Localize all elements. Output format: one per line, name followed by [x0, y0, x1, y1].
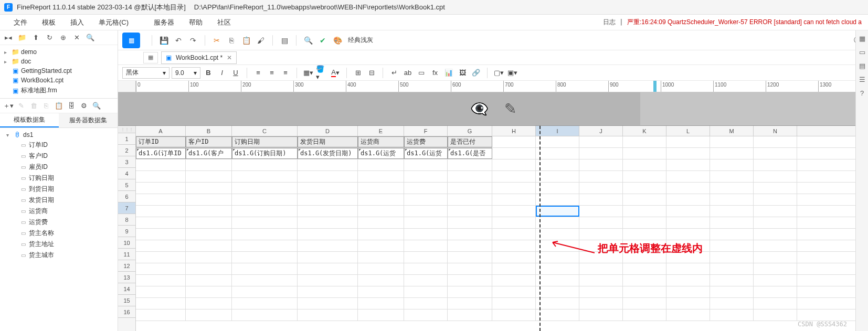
panel-help-icon[interactable]: ? — [858, 88, 867, 98]
cell-C12[interactable] — [232, 263, 298, 274]
cell-D13[interactable] — [298, 275, 358, 286]
cell-D3[interactable] — [298, 159, 358, 170]
locate-icon[interactable]: ⊕ — [58, 33, 68, 43]
align-center-icon[interactable]: ≡ — [266, 67, 278, 79]
cell-B8[interactable] — [186, 217, 232, 228]
cell-M12[interactable] — [710, 263, 754, 274]
cell-K4[interactable] — [623, 171, 666, 182]
cell-B4[interactable] — [186, 171, 232, 182]
cell-H14[interactable] — [492, 286, 536, 297]
cell-N6[interactable] — [754, 194, 797, 205]
link-icon[interactable]: 🔗 — [470, 67, 482, 79]
merge-icon[interactable]: ⊞ — [352, 67, 364, 79]
cell-B10[interactable] — [186, 240, 232, 251]
column-header-K[interactable]: K — [623, 126, 666, 136]
edit-dataset-icon[interactable]: ✎ — [16, 101, 26, 111]
cell-G3[interactable] — [448, 159, 492, 170]
cell-F3[interactable] — [404, 159, 448, 170]
new-file-icon[interactable]: ▸◂ — [3, 33, 14, 43]
column-header-J[interactable]: J — [579, 126, 623, 136]
cell-H15[interactable] — [492, 298, 536, 309]
column-header-M[interactable]: M — [710, 126, 754, 136]
menu-cell[interactable]: 单元格(C) — [91, 16, 136, 29]
cell-B1[interactable]: 客户ID — [186, 136, 232, 147]
cell-B15[interactable] — [186, 298, 232, 309]
menu-server[interactable]: 服务器 — [146, 16, 182, 29]
cell-L13[interactable] — [666, 275, 710, 286]
cell-L1[interactable] — [666, 136, 710, 147]
cell-L6[interactable] — [666, 194, 710, 205]
paste-dataset-icon[interactable]: 📋 — [54, 101, 64, 111]
page-header-area[interactable]: 👁‍🗨 ✎ — [118, 92, 868, 126]
db-icon[interactable]: 🗄 — [66, 101, 77, 111]
cell-D9[interactable] — [298, 229, 358, 240]
cell-I2[interactable] — [536, 148, 579, 159]
column-header-F[interactable]: F — [404, 126, 448, 136]
cell-N1[interactable] — [754, 136, 797, 147]
row-header-7[interactable]: 7 — [118, 202, 135, 214]
cell-K10[interactable] — [623, 240, 666, 251]
bold-icon[interactable]: B — [203, 67, 214, 79]
dataset-field[interactable]: ▭运货商 — [0, 206, 118, 217]
cell-K3[interactable] — [623, 159, 666, 170]
cell-L9[interactable] — [666, 229, 710, 240]
cell-D14[interactable] — [298, 286, 358, 297]
cell-E2[interactable]: ds1.G(运货 — [358, 148, 404, 159]
cell-N10[interactable] — [754, 240, 797, 251]
cell-H10[interactable] — [492, 240, 536, 251]
cell-L16[interactable] — [666, 309, 710, 321]
cell-F9[interactable] — [404, 229, 448, 240]
cell-M6[interactable] — [710, 194, 754, 205]
cell-E8[interactable] — [358, 217, 404, 228]
cell-E16[interactable] — [358, 309, 404, 321]
cell-I8[interactable] — [536, 217, 579, 228]
cell-C8[interactable] — [232, 217, 298, 228]
cell-F7[interactable] — [404, 206, 448, 217]
cell-E15[interactable] — [358, 298, 404, 309]
cell-K14[interactable] — [623, 286, 666, 297]
cell-H9[interactable] — [492, 229, 536, 240]
menu-community[interactable]: 社区 — [210, 16, 238, 29]
cell-D15[interactable] — [298, 298, 358, 309]
cell-N2[interactable] — [754, 148, 797, 159]
cell-H4[interactable] — [492, 171, 536, 182]
cell-L10[interactable] — [666, 240, 710, 251]
panel-condition-icon[interactable]: ☰ — [858, 74, 867, 84]
menu-help[interactable]: 帮助 — [182, 16, 210, 29]
cell-D8[interactable] — [298, 217, 358, 228]
dataset-field[interactable]: ▭货主名称 — [0, 228, 118, 239]
row-header-1[interactable]: 1 — [118, 133, 135, 145]
text-control-icon[interactable]: ab — [402, 67, 414, 79]
cell-J10[interactable] — [579, 240, 623, 251]
cell-G4[interactable] — [448, 171, 492, 182]
cell-C6[interactable] — [232, 194, 298, 205]
cell-F15[interactable] — [404, 298, 448, 309]
cell-G16[interactable] — [448, 309, 492, 321]
cell-I1[interactable] — [536, 136, 579, 147]
cell-H6[interactable] — [492, 194, 536, 205]
column-header-L[interactable]: L — [666, 126, 710, 136]
cell-G7[interactable] — [448, 206, 492, 217]
cell-M11[interactable] — [710, 252, 754, 263]
cell-L4[interactable] — [666, 171, 710, 182]
cell-E1[interactable]: 运货商 — [358, 136, 404, 147]
cell-N7[interactable] — [754, 206, 797, 217]
cell-J16[interactable] — [579, 309, 623, 321]
cell-H7[interactable] — [492, 206, 536, 217]
cell-J4[interactable] — [579, 171, 623, 182]
tree-item[interactable]: ▸📁doc — [0, 57, 118, 66]
cell-D7[interactable] — [298, 206, 358, 217]
insert-row-icon[interactable]: ▤ — [278, 34, 291, 47]
cell-M14[interactable] — [710, 286, 754, 297]
cut-icon[interactable]: ✂ — [210, 34, 223, 47]
cell-F16[interactable] — [404, 309, 448, 321]
cell-B3[interactable] — [186, 159, 232, 170]
cell-B16[interactable] — [186, 309, 232, 321]
dataset-field[interactable]: ▭货主城市 — [0, 250, 118, 261]
cell-B13[interactable] — [186, 275, 232, 286]
copy-icon[interactable]: ⎘ — [225, 34, 238, 47]
cell-M8[interactable] — [710, 217, 754, 228]
cell-M2[interactable] — [710, 148, 754, 159]
cell-I3[interactable] — [536, 159, 579, 170]
cell-N15[interactable] — [754, 298, 797, 309]
